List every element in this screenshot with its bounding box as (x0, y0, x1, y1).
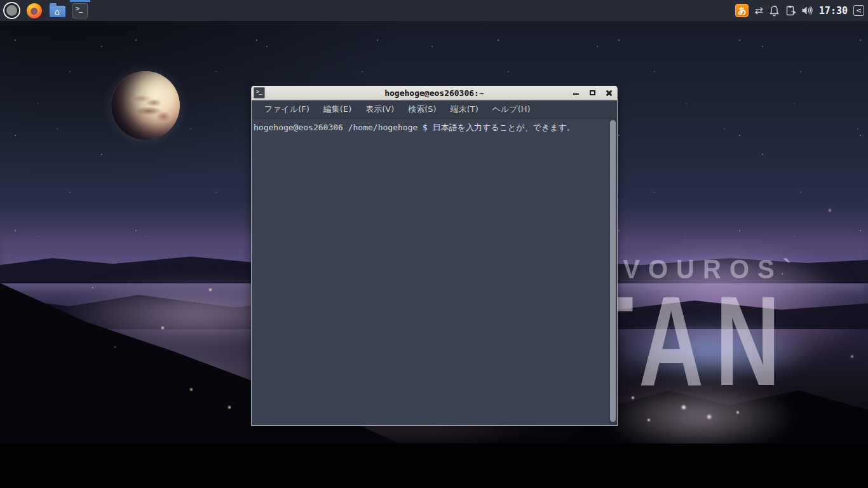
window-terminal-icon: >_ (254, 87, 265, 98)
home-icon: ⌂ (55, 8, 60, 16)
file-manager-icon: ⌂ (50, 6, 65, 17)
application-menu-button[interactable] (0, 0, 23, 21)
menu-view[interactable]: 表示(V) (358, 101, 401, 118)
close-button[interactable] (600, 86, 617, 100)
menu-file[interactable]: ファイル(F) (257, 101, 316, 118)
system-tray: あ ⇄ 17:30 < (735, 0, 868, 21)
terminal-taskbar-item[interactable]: >_ (69, 0, 92, 21)
wallpaper-foreground (0, 444, 868, 488)
maximize-button[interactable] (584, 86, 600, 100)
minimize-button[interactable] (567, 86, 584, 100)
firefox-icon (27, 3, 42, 18)
menu-help[interactable]: ヘルプ(H) (485, 101, 538, 118)
application-menu-icon (6, 5, 17, 16)
panel-launchers: ⌂ >_ (0, 0, 92, 21)
menu-edit[interactable]: 編集(E) (316, 101, 358, 118)
active-window-indicator (70, 0, 90, 2)
scrollbar-thumb[interactable] (610, 120, 616, 422)
volume-icon[interactable] (801, 5, 813, 16)
panel-collapse-button[interactable]: < (853, 5, 864, 16)
input-method-indicator[interactable]: あ (735, 4, 749, 17)
terminal-menubar: ファイル(F) 編集(E) 表示(V) 検索(S) 端末(T) ヘルプ(H) (252, 100, 617, 119)
panel-clock[interactable]: 17:30 (819, 5, 848, 17)
terminal-content[interactable]: hogehoge@eos260306 /home/hogehoge $ 日本語を… (252, 119, 617, 425)
top-panel: ⌂ >_ あ ⇄ (0, 0, 868, 21)
window-controls (567, 86, 617, 100)
window-titlebar[interactable]: >_ hogehoge@eos260306:~ (252, 86, 617, 100)
swap-arrows-icon[interactable]: ⇄ (754, 6, 763, 16)
minimize-icon (573, 93, 579, 95)
terminal-prompt-line: hogehoge@eos260306 /home/hogehoge $ 日本語を… (252, 119, 617, 133)
clipboard-manager-icon[interactable] (785, 5, 796, 17)
notifications-bell-icon[interactable] (769, 5, 780, 17)
terminal-icon: >_ (72, 3, 88, 18)
terminal-prompt-glyph: >_ (76, 6, 82, 12)
maximize-icon (590, 90, 595, 95)
firefox-launcher[interactable] (23, 0, 46, 21)
window-title: hogehoge@eos260306:~ (252, 88, 617, 98)
menu-search[interactable]: 検索(S) (401, 101, 443, 118)
wallpaper-planet (111, 71, 180, 140)
terminal-scrollbar[interactable] (609, 119, 617, 425)
terminal-window: >_ hogehoge@eos260306:~ ファイル(F) 編集(E) 表示… (251, 86, 618, 426)
menu-terminal[interactable]: 端末(T) (444, 101, 485, 118)
close-icon (606, 90, 613, 97)
terminal-prompt-glyph: >_ (256, 89, 262, 98)
file-manager-launcher[interactable]: ⌂ (46, 0, 69, 21)
